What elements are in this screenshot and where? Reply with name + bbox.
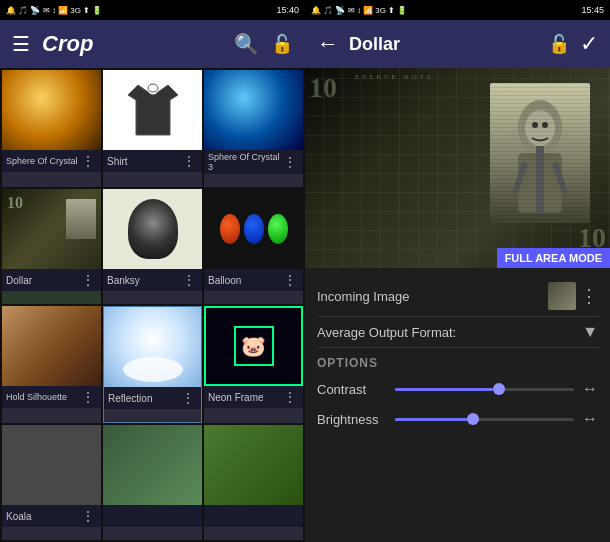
status-icons-left: 🔔 🎵 📡 ✉ ↕ 📶 3G ⬆ 🔋 bbox=[6, 6, 102, 15]
grid-item-sphere-crystal[interactable]: Sphere Of Crystal ⋮ bbox=[2, 70, 101, 187]
lock-icon-left[interactable]: 🔓 bbox=[271, 33, 293, 55]
thumb-banksy bbox=[103, 189, 202, 269]
status-bar-left: 🔔 🎵 📡 ✉ ↕ 📶 3G ⬆ 🔋 15:40 bbox=[0, 0, 305, 20]
contrast-arrow[interactable]: ↔ bbox=[582, 380, 598, 398]
left-panel: 🔔 🎵 📡 ✉ ↕ 📶 3G ⬆ 🔋 15:40 ☰ Crop 🔍 🔓 Sphe… bbox=[0, 0, 305, 542]
contrast-slider[interactable] bbox=[395, 388, 574, 391]
grid-item-sphere3[interactable]: Sphere Of Crystal 3 ⋮ bbox=[204, 70, 303, 187]
thumb-balloon bbox=[204, 189, 303, 269]
grid-item-reflection[interactable]: Reflection ⋮ bbox=[103, 306, 202, 423]
label-dollar: Dollar bbox=[6, 275, 32, 286]
thumb-shirt bbox=[103, 70, 202, 150]
grid-item-banksy[interactable]: Banksy ⋮ bbox=[103, 189, 202, 304]
right-panel: 🔔 🎵 📡 ✉ ↕ 📶 3G ⬆ 🔋 15:45 ← Dollar 🔓 ✓ 10… bbox=[305, 0, 610, 542]
contrast-fill bbox=[395, 388, 493, 391]
reserve-note-text: ESERVE NOTE bbox=[355, 73, 434, 81]
options-header: OPTIONS bbox=[317, 348, 598, 374]
svg-point-0 bbox=[148, 84, 158, 92]
grid-item-extra3[interactable] bbox=[204, 425, 303, 540]
format-dropdown-arrow[interactable]: ▼ bbox=[582, 323, 598, 341]
more-btn-banksy[interactable]: ⋮ bbox=[180, 272, 198, 288]
back-button[interactable]: ← bbox=[317, 31, 339, 57]
grid-item-shirt[interactable]: Shirt ⋮ bbox=[103, 70, 202, 187]
svg-line-8 bbox=[555, 163, 565, 193]
thumb-neon: 🐷 bbox=[204, 306, 303, 386]
status-bar-right: 🔔 🎵 📡 ✉ ↕ 📶 3G ⬆ 🔋 15:45 bbox=[305, 0, 610, 20]
options-panel: Incoming Image ⋮ Average Output Format: … bbox=[305, 268, 610, 542]
grid-item-extra2[interactable] bbox=[103, 425, 202, 540]
brightness-fill bbox=[395, 418, 467, 421]
svg-point-5 bbox=[542, 122, 548, 128]
label-neon: Neon Frame bbox=[208, 392, 264, 403]
svg-line-7 bbox=[515, 163, 525, 193]
thumb-koala bbox=[2, 425, 101, 505]
dollar-number-left: 10 bbox=[305, 68, 341, 108]
contrast-row: Contrast ↔ bbox=[317, 374, 598, 404]
format-row: Average Output Format: ▼ bbox=[317, 317, 598, 348]
svg-point-3 bbox=[525, 110, 555, 146]
label-reflection: Reflection bbox=[108, 393, 152, 404]
label-balloon: Balloon bbox=[208, 275, 241, 286]
shirt-svg bbox=[128, 80, 178, 140]
more-btn-sphere3[interactable]: ⋮ bbox=[281, 154, 299, 170]
grid-item-balloon[interactable]: Balloon ⋮ bbox=[204, 189, 303, 304]
more-btn-reflection[interactable]: ⋮ bbox=[179, 390, 197, 406]
lock-icon-right[interactable]: 🔓 bbox=[548, 33, 570, 55]
label-sphere-crystal: Sphere Of Crystal bbox=[6, 156, 78, 166]
incoming-row: Incoming Image ⋮ bbox=[317, 276, 598, 317]
brightness-thumb[interactable] bbox=[467, 413, 479, 425]
topbar-left: ☰ Crop 🔍 🔓 bbox=[0, 20, 305, 68]
topbar-right: ← Dollar 🔓 ✓ bbox=[305, 20, 610, 68]
label-sphere3: Sphere Of Crystal 3 bbox=[208, 152, 281, 172]
format-label: Average Output Format: bbox=[317, 325, 456, 340]
contrast-thumb[interactable] bbox=[493, 383, 505, 395]
search-icon[interactable]: 🔍 bbox=[234, 32, 259, 56]
menu-icon[interactable]: ☰ bbox=[12, 32, 30, 56]
full-area-mode-button[interactable]: FULL AREA MODE bbox=[497, 248, 610, 268]
status-icons-right: 🔔 🎵 📡 ✉ ↕ 📶 3G ⬆ 🔋 bbox=[311, 6, 407, 15]
contrast-label: Contrast bbox=[317, 382, 387, 397]
screen-title: Dollar bbox=[349, 34, 538, 55]
thumb-reflection bbox=[104, 307, 201, 387]
incoming-right: ⋮ bbox=[548, 282, 598, 310]
app-title: Crop bbox=[42, 31, 222, 57]
dollar-portrait bbox=[490, 83, 590, 223]
thumb-sphere3 bbox=[204, 70, 303, 150]
more-btn-hold[interactable]: ⋮ bbox=[79, 389, 97, 405]
more-btn-neon[interactable]: ⋮ bbox=[281, 389, 299, 405]
image-grid: Sphere Of Crystal ⋮ Shirt ⋮ Sphere Of Cr… bbox=[0, 68, 305, 542]
svg-rect-2 bbox=[518, 153, 562, 213]
main-image-area: 10 ESERVE NOTE 10 FULL AREA MODE bbox=[305, 68, 610, 268]
svg-point-1 bbox=[518, 100, 562, 156]
incoming-more-button[interactable]: ⋮ bbox=[580, 285, 598, 307]
label-hold: Hold Silhouette bbox=[6, 392, 67, 402]
brightness-label: Brightness bbox=[317, 412, 387, 427]
brightness-arrow[interactable]: ↔ bbox=[582, 410, 598, 428]
more-btn-dollar[interactable]: ⋮ bbox=[79, 272, 97, 288]
more-btn-sphere-crystal[interactable]: ⋮ bbox=[79, 153, 97, 169]
grid-item-neon[interactable]: 🐷 Neon Frame ⋮ bbox=[204, 306, 303, 423]
check-icon[interactable]: ✓ bbox=[580, 31, 598, 57]
label-shirt: Shirt bbox=[107, 156, 128, 167]
portrait-svg bbox=[500, 93, 580, 213]
label-koala: Koala bbox=[6, 511, 32, 522]
status-time-left: 15:40 bbox=[276, 5, 299, 15]
thumb-extra2 bbox=[103, 425, 202, 505]
grid-item-hold[interactable]: Hold Silhouette ⋮ bbox=[2, 306, 101, 423]
thumb-sphere-crystal bbox=[2, 70, 101, 150]
brightness-row: Brightness ↔ bbox=[317, 404, 598, 434]
incoming-label: Incoming Image bbox=[317, 289, 410, 304]
brightness-slider[interactable] bbox=[395, 418, 574, 421]
incoming-thumb bbox=[548, 282, 576, 310]
label-banksy: Banksy bbox=[107, 275, 140, 286]
more-btn-balloon[interactable]: ⋮ bbox=[281, 272, 299, 288]
thumb-dollar: 10 bbox=[2, 189, 101, 269]
svg-point-4 bbox=[532, 122, 538, 128]
grid-item-koala[interactable]: Koala ⋮ bbox=[2, 425, 101, 540]
more-btn-shirt[interactable]: ⋮ bbox=[180, 153, 198, 169]
thumb-hold bbox=[2, 306, 101, 386]
status-time-right: 15:45 bbox=[581, 5, 604, 15]
grid-item-dollar[interactable]: 10 Dollar ⋮ bbox=[2, 189, 101, 304]
thumb-extra3 bbox=[204, 425, 303, 505]
more-btn-koala[interactable]: ⋮ bbox=[79, 508, 97, 524]
